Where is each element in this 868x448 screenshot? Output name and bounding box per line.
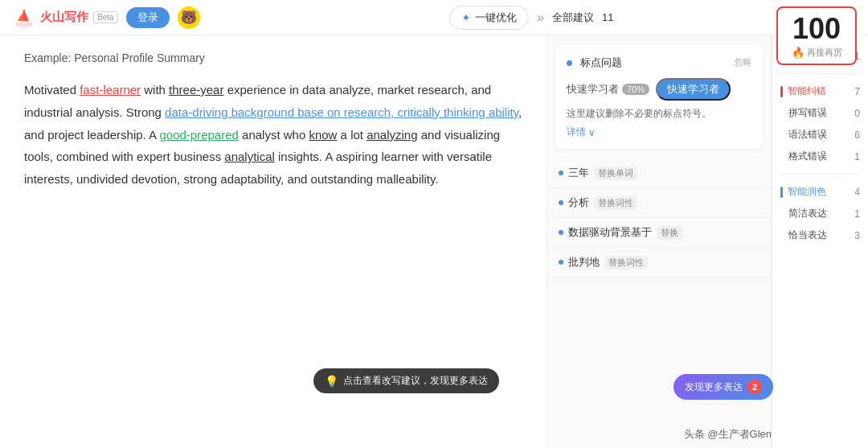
doc-body: Motivated fast-learner with three-year e… bbox=[24, 79, 522, 191]
right-item-spelling[interactable]: 拼写错误 0 bbox=[780, 102, 860, 124]
tooltip-text: 点击查看改写建议，发现更多表达 bbox=[343, 374, 488, 388]
highlight-fast-learner: fast-learner bbox=[80, 83, 141, 97]
token-text: 快速学习者 bbox=[567, 82, 619, 97]
bulb-icon: 💡 bbox=[325, 375, 338, 388]
concise-count: 1 bbox=[854, 208, 860, 220]
card-tokens: 快速学习者 70% 快速学习者 bbox=[567, 78, 751, 101]
svg-point-0 bbox=[15, 21, 33, 27]
item-tag: 替换 bbox=[657, 226, 682, 240]
list-item[interactable]: 三年 替换单词 bbox=[547, 158, 771, 188]
logo-area: 火山写作 Beta bbox=[13, 6, 118, 29]
score-number: 100 bbox=[786, 13, 847, 45]
suggestion-card: 标点问题 忽略 快速学习者 70% 快速学习者 这里建议删除不必要的标点符号。 … bbox=[555, 45, 763, 149]
discover-label: 发现更多表达 bbox=[685, 380, 743, 394]
appropriate-count: 3 bbox=[854, 230, 860, 241]
grammar-count: 6 bbox=[854, 129, 860, 141]
item-label: 批判地 bbox=[568, 255, 600, 269]
login-button[interactable]: 登录 bbox=[126, 7, 170, 28]
right-item-concise[interactable]: 简洁表达 1 bbox=[780, 203, 860, 224]
item-label: 数据驱动背景基于 bbox=[568, 225, 652, 240]
right-item-smart-polish[interactable]: 智能润色 4 bbox=[788, 181, 860, 203]
right-item-format[interactable]: 格式错误 1 bbox=[780, 146, 860, 167]
chevron-down-icon: ∨ bbox=[588, 127, 596, 138]
smart-correct-label: 智能纠错 bbox=[788, 84, 826, 98]
appropriate-label: 恰当表达 bbox=[788, 228, 827, 242]
score-sub-label: 再接再厉 bbox=[807, 47, 842, 59]
score-sub: 🔥 再接再厉 bbox=[786, 47, 847, 59]
suggestions-count: 11 bbox=[602, 11, 613, 23]
optimize-button[interactable]: ✦ 一键优化 bbox=[449, 6, 529, 30]
fire-icon: 🔥 bbox=[792, 47, 805, 59]
beta-badge: Beta bbox=[93, 11, 118, 23]
item-tag: 替换词性 bbox=[594, 196, 637, 210]
card-desc: 这里建议删除不必要的标点符号。 bbox=[567, 107, 751, 121]
watermark: 头条 @生产者Glen bbox=[684, 427, 772, 442]
doc-title: Example: Personal Profile Summary bbox=[24, 51, 522, 64]
item-label: 三年 bbox=[568, 166, 589, 180]
list-item[interactable]: 数据驱动背景基于 替换 bbox=[547, 218, 771, 248]
spelling-count: 0 bbox=[854, 108, 860, 119]
grammar-label: 语法错误 bbox=[788, 128, 827, 142]
card-type: 标点问题 bbox=[580, 56, 622, 68]
token-original: 快速学习者 70% bbox=[567, 82, 649, 97]
detail-label: 详情 bbox=[567, 125, 586, 139]
smart-polish-label: 智能润色 bbox=[788, 185, 826, 199]
star-icon: ✦ bbox=[461, 11, 471, 24]
list-item[interactable]: 批判地 替换词性 bbox=[547, 248, 771, 277]
item-label: 分析 bbox=[568, 195, 589, 210]
discover-button[interactable]: 发现更多表达 2 bbox=[674, 374, 773, 400]
card-dot bbox=[567, 60, 572, 66]
card-header: 标点问题 忽略 bbox=[567, 55, 751, 70]
avatar: 🐻 bbox=[178, 6, 200, 29]
item-tag: 替换单词 bbox=[594, 166, 637, 180]
format-label: 格式错误 bbox=[788, 150, 827, 163]
divider bbox=[780, 73, 860, 74]
concise-label: 简洁表达 bbox=[788, 207, 827, 220]
right-item-grammar[interactable]: 语法错误 6 bbox=[780, 124, 860, 146]
active-indicator-blue bbox=[780, 187, 783, 198]
right-item-appropriate[interactable]: 恰当表达 3 bbox=[780, 224, 860, 246]
spelling-label: 拼写错误 bbox=[788, 106, 827, 120]
format-count: 1 bbox=[854, 151, 860, 162]
discover-count-badge: 2 bbox=[747, 380, 762, 394]
highlight-analytical: analytical bbox=[224, 150, 275, 163]
smart-polish-count: 4 bbox=[854, 187, 860, 198]
logo-text: 火山写作 bbox=[40, 10, 88, 25]
tooltip-popup: 💡 点击查看改写建议，发现更多表达 bbox=[313, 368, 499, 393]
active-indicator bbox=[780, 86, 783, 97]
token-score: 70% bbox=[622, 84, 649, 95]
header-center: ✦ 一键优化 » 全部建议 11 bbox=[208, 6, 855, 30]
highlight-good-prepared: good-prepared bbox=[159, 128, 238, 142]
dot-icon bbox=[559, 200, 563, 205]
logo-icon bbox=[13, 6, 35, 29]
card-type-area: 标点问题 bbox=[567, 55, 622, 70]
right-section-grammar: 智能纠错 7 bbox=[780, 80, 860, 102]
header: 火山写作 Beta 登录 🐻 ✦ 一键优化 » 全部建议 11 bbox=[0, 0, 868, 35]
expand-button[interactable]: » bbox=[537, 10, 544, 25]
suggestions-label: 全部建议 bbox=[552, 10, 594, 25]
item-tag: 替换词性 bbox=[604, 256, 648, 269]
card-ignore[interactable]: 忽略 bbox=[734, 56, 751, 68]
highlight-three-year: three-year bbox=[169, 83, 223, 97]
card-detail[interactable]: 详情 ∨ bbox=[567, 125, 751, 139]
dot-icon bbox=[559, 260, 563, 265]
dot-icon bbox=[559, 230, 563, 235]
right-panel: 全部建议 11 智能纠错 7 拼写错误 0 语法错误 6 格式错误 1 bbox=[772, 35, 868, 448]
right-section-polish: 智能润色 4 bbox=[780, 181, 860, 203]
optimize-label: 一键优化 bbox=[475, 10, 517, 25]
dot-icon bbox=[559, 171, 563, 175]
right-item-smart-correct[interactable]: 智能纠错 7 bbox=[788, 80, 860, 102]
highlight-data-driving: data-driving background base on research… bbox=[165, 105, 518, 119]
highlight-know: know bbox=[309, 128, 337, 142]
token-suggestion-button[interactable]: 快速学习者 bbox=[656, 78, 731, 101]
list-item[interactable]: 分析 替换词性 bbox=[547, 188, 771, 218]
smart-correct-count: 7 bbox=[854, 86, 860, 97]
score-card: 100 🔥 再接再厉 bbox=[776, 6, 857, 65]
highlight-analyzing: analyzing bbox=[366, 128, 417, 142]
divider bbox=[780, 174, 860, 175]
